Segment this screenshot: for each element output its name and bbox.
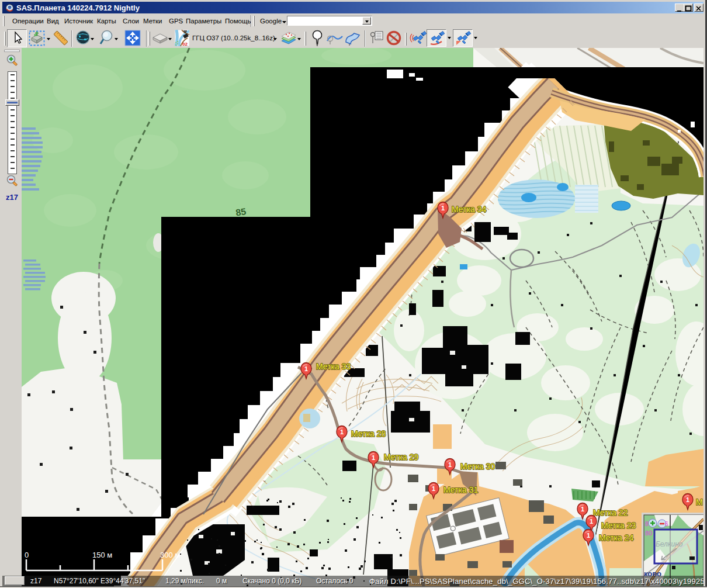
svg-text:Метка 29: Метка 29 [384,452,418,462]
svg-text:Метка 22: Метка 22 [593,508,628,517]
svg-text:М: М [696,497,703,507]
svg-text:1: 1 [340,428,344,435]
svg-text:8: 8 [645,521,649,527]
svg-text:1: 1 [304,365,308,372]
svg-text:0: 0 [25,551,29,559]
svg-text:150 м: 150 м [92,551,112,559]
svg-text:Метка 24: Метка 24 [599,533,633,542]
svg-text:6: 6 [665,521,668,527]
svg-text:1: 1 [686,496,689,503]
svg-text:Метка 33: Метка 33 [316,362,351,371]
svg-text:300 м: 300 м [160,551,180,559]
svg-text:1: 1 [432,485,435,492]
svg-text:1: 1 [587,532,590,539]
svg-text:1: 1 [372,454,375,461]
svg-text:Метка 34: Метка 34 [452,205,486,214]
svg-text:80: 80 [645,530,652,537]
svg-text:1: 1 [581,506,584,513]
svg-text:1: 1 [448,461,452,468]
svg-text:02: 02 [182,41,188,46]
svg-text:Метка 30: Метка 30 [460,462,495,471]
svg-text:Метка 31: Метка 31 [443,485,478,494]
svg-text:1: 1 [441,205,445,212]
svg-text:Метка 23: Метка 23 [601,521,636,530]
svg-text:85: 85 [235,206,247,217]
svg-text:Белкино: Белкино [656,540,683,548]
svg-text:1: 1 [590,518,593,525]
svg-text:Метка 28: Метка 28 [351,429,386,438]
